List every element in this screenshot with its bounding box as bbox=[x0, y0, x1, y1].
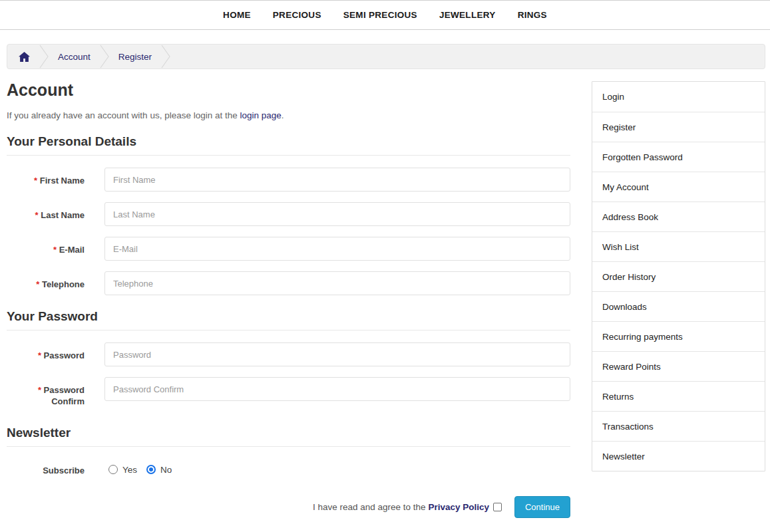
subscribe-label: Subscribe bbox=[7, 464, 85, 476]
home-icon bbox=[19, 52, 30, 62]
required-asterisk: * bbox=[53, 245, 57, 255]
personal-details-heading: Your Personal Details bbox=[7, 134, 570, 156]
first-name-label: * First Name bbox=[7, 168, 85, 186]
agree-text: I have read and agree to the Privacy Pol… bbox=[313, 502, 489, 512]
last-name-label-text: Last Name bbox=[41, 210, 85, 220]
first-name-input[interactable] bbox=[104, 168, 570, 192]
sidebar-item-returns[interactable]: Returns bbox=[592, 381, 765, 411]
sidebar-item-wish-list[interactable]: Wish List bbox=[592, 231, 765, 261]
password-confirm-label-text: Password Confirm bbox=[44, 385, 85, 406]
radio-no-icon[interactable] bbox=[146, 465, 156, 474]
main-content: Account If you already have an account w… bbox=[7, 77, 570, 517]
first-name-label-text: First Name bbox=[40, 176, 85, 186]
subscribe-row: Subscribe Yes No bbox=[7, 463, 570, 476]
password-heading: Your Password bbox=[7, 309, 570, 331]
first-name-row: * First Name bbox=[7, 168, 570, 192]
email-row: * E-Mail bbox=[7, 237, 570, 261]
required-asterisk: * bbox=[35, 210, 39, 220]
sidebar-item-recurring-payments[interactable]: Recurring payments bbox=[592, 321, 765, 351]
required-asterisk: * bbox=[38, 350, 41, 360]
required-asterisk: * bbox=[34, 176, 37, 186]
password-input[interactable] bbox=[104, 342, 570, 366]
login-hint: If you already have an account with us, … bbox=[7, 110, 570, 121]
login-hint-text: If you already have an account with us, … bbox=[7, 110, 240, 120]
sidebar-item-transactions[interactable]: Transactions bbox=[592, 411, 765, 441]
chevron-right-icon bbox=[100, 45, 109, 68]
sidebar-item-order-history[interactable]: Order History bbox=[592, 261, 765, 291]
agree-checkbox[interactable] bbox=[493, 503, 502, 511]
password-confirm-label: * Password Confirm bbox=[7, 377, 85, 407]
nav-item-home[interactable]: HOME bbox=[223, 10, 251, 20]
nav-item-semi-precious[interactable]: SEMI PRECIOUS bbox=[343, 10, 417, 20]
newsletter-heading: Newsletter bbox=[7, 426, 570, 447]
top-navigation: HOME PRECIOUS SEMI PRECIOUS JEWELLERY RI… bbox=[0, 0, 770, 30]
nav-item-rings[interactable]: RINGS bbox=[518, 10, 547, 20]
email-input[interactable] bbox=[104, 237, 570, 261]
password-row: * Password bbox=[7, 342, 570, 366]
email-label-text: E-Mail bbox=[59, 245, 85, 255]
subscribe-yes-label: Yes bbox=[122, 465, 137, 475]
last-name-row: * Last Name bbox=[7, 202, 570, 226]
last-name-label: * Last Name bbox=[7, 202, 85, 221]
subscribe-no-option[interactable]: No bbox=[146, 465, 172, 475]
password-confirm-input[interactable] bbox=[104, 377, 570, 401]
continue-button[interactable]: Continue bbox=[514, 496, 570, 518]
breadcrumb-account[interactable]: Account bbox=[58, 52, 91, 62]
breadcrumb-register[interactable]: Register bbox=[118, 52, 152, 62]
sidebar-item-downloads[interactable]: Downloads bbox=[592, 291, 765, 321]
sidebar-item-login[interactable]: Login bbox=[592, 82, 765, 112]
telephone-input[interactable] bbox=[104, 271, 570, 295]
password-confirm-row: * Password Confirm bbox=[7, 377, 570, 407]
breadcrumb: Account Register bbox=[7, 44, 765, 69]
telephone-row: * Telephone bbox=[7, 271, 570, 295]
telephone-label: * Telephone bbox=[7, 271, 85, 290]
sidebar-item-address-book[interactable]: Address Book bbox=[592, 201, 765, 231]
password-label-text: Password bbox=[44, 350, 85, 360]
sidebar-item-my-account[interactable]: My Account bbox=[592, 172, 765, 201]
page-title: Account bbox=[7, 80, 570, 99]
breadcrumb-home-link[interactable] bbox=[19, 52, 30, 62]
agree-row: I have read and agree to the Privacy Pol… bbox=[7, 496, 570, 517]
password-section: Your Password * Password * Password Conf… bbox=[7, 309, 570, 407]
email-label: * E-Mail bbox=[7, 237, 85, 255]
subscribe-yes-option[interactable]: Yes bbox=[108, 465, 137, 475]
required-asterisk: * bbox=[36, 279, 39, 289]
privacy-policy-link[interactable]: Privacy Policy bbox=[428, 502, 489, 512]
nav-item-jewellery[interactable]: JEWELLERY bbox=[439, 10, 496, 20]
radio-yes-icon[interactable] bbox=[108, 465, 118, 474]
subscribe-radio-group: Yes No bbox=[108, 465, 172, 475]
telephone-label-text: Telephone bbox=[42, 279, 85, 289]
last-name-input[interactable] bbox=[104, 202, 570, 226]
login-page-link[interactable]: login page bbox=[240, 110, 281, 120]
personal-details-section: Your Personal Details * First Name * Las… bbox=[7, 134, 570, 295]
nav-item-precious[interactable]: PRECIOUS bbox=[273, 10, 321, 20]
sidebar-item-forgotten-password[interactable]: Forgotten Password bbox=[592, 142, 765, 172]
newsletter-section: Newsletter Subscribe Yes No bbox=[7, 426, 570, 476]
sidebar-item-reward-points[interactable]: Reward Points bbox=[592, 351, 765, 381]
chevron-right-icon bbox=[161, 45, 170, 68]
sidebar-item-newsletter[interactable]: Newsletter bbox=[592, 441, 765, 471]
password-label: * Password bbox=[7, 342, 85, 361]
subscribe-no-label: No bbox=[160, 465, 172, 475]
agree-text-prefix: I have read and agree to the bbox=[313, 502, 428, 512]
required-asterisk: * bbox=[38, 385, 41, 395]
account-sidebar: Login Register Forgotten Password My Acc… bbox=[592, 81, 765, 471]
chevron-right-icon bbox=[39, 45, 49, 68]
sidebar-item-register[interactable]: Register bbox=[592, 112, 765, 142]
login-hint-suffix: . bbox=[282, 110, 284, 120]
